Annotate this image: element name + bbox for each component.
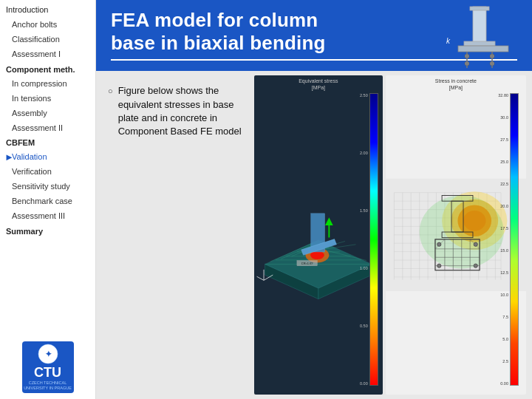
fea-equivalent-stress: Equivalent stress [MPa] [254, 75, 383, 395]
sidebar-item-summary[interactable]: Summary [0, 224, 95, 239]
column-3d-icon: k [443, 3, 525, 69]
svg-text:k: k [446, 37, 451, 45]
sidebar-item-in-compression[interactable]: In compression [0, 77, 95, 92]
ctu-logo-box: ✦ CTU CZECH TECHNICAL UNIVERSITY IN PRAG… [22, 341, 74, 393]
sidebar-item-benchmark-case[interactable]: Benchmark case [0, 194, 95, 209]
sidebar-item-anchor-bolts[interactable]: Anchor bolts [0, 18, 95, 33]
fea-images-panel: Equivalent stress [MPa] [251, 71, 532, 399]
sidebar-item-cbfem[interactable]: CBFEM [0, 135, 95, 150]
fea-right-colorbar [510, 93, 519, 386]
bullet-text: Figure below shows the equivalent stress… [118, 84, 244, 138]
sidebar-item-sensitivity-study[interactable]: Sensitivity study [0, 180, 95, 194]
sidebar-item-classification[interactable]: Classification [0, 33, 95, 47]
sidebar-item-assessment-i[interactable]: Assessment I [0, 47, 95, 62]
svg-rect-2 [473, 7, 486, 44]
sidebar: Introduction Anchor bolts Classification… [0, 0, 96, 399]
page-header: FEA model for column base in biaxial ben… [96, 0, 532, 71]
fea-right-colorbar-labels: 32.80 30.0 27.5 25.0 22.5 20.0 17.5 15.0… [498, 93, 508, 386]
svg-text:✦: ✦ [44, 349, 51, 358]
fea-left-label: Equivalent stress [MPa] [254, 78, 383, 91]
sidebar-item-assessment-ii[interactable]: Assessment II [0, 121, 95, 136]
svg-line-35 [257, 277, 264, 281]
sidebar-item-assessment-iii[interactable]: Assessment III [0, 209, 95, 224]
ctu-acronym: CTU [34, 366, 61, 379]
bullet-circle-icon: ○ [108, 86, 113, 97]
svg-rect-4 [464, 41, 495, 46]
sidebar-item-introduction[interactable]: Introduction [0, 3, 95, 18]
content-left-panel: ○ Figure below shows the equivalent stre… [96, 71, 251, 399]
svg-point-83 [474, 242, 477, 246]
svg-rect-3 [470, 7, 489, 10]
bullet-item: ○ Figure below shows the equivalent stre… [108, 84, 244, 138]
svg-rect-9 [458, 46, 508, 52]
ctu-emblem-icon: ✦ [38, 344, 58, 364]
main-content: FEA model for column base in biaxial ben… [96, 0, 532, 399]
fea-stress-concrete: Stress in concrete [MPa] [386, 75, 526, 395]
sidebar-logo: ✦ CTU CZECH TECHNICAL UNIVERSITY IN PRAG… [0, 335, 95, 399]
svg-point-84 [437, 264, 440, 267]
svg-point-85 [474, 264, 477, 267]
sidebar-item-validation[interactable]: ► Validation [0, 150, 95, 165]
fea-right-label: Stress in concrete [MPa] [386, 78, 526, 91]
sidebar-item-component-meth[interactable]: Component meth. [0, 62, 95, 77]
svg-point-82 [437, 242, 440, 246]
ctu-full-name: CZECH TECHNICAL UNIVERSITY IN PRAGUE [22, 381, 74, 390]
header-column-image: k [443, 3, 525, 69]
sidebar-item-in-tensions[interactable]: In tensions [0, 92, 95, 106]
fea-left-colorbar [369, 93, 378, 386]
main-body: ○ Figure below shows the equivalent stre… [96, 71, 532, 399]
sidebar-item-assembly[interactable]: Assembly [0, 106, 95, 121]
fea-left-colorbar-labels: 2.50 2.00 1.50 1.00 0.50 0.00 [360, 93, 368, 386]
sidebar-item-verification[interactable]: Verification [0, 165, 95, 180]
svg-text:CR=1.6?: CR=1.6? [301, 262, 314, 266]
